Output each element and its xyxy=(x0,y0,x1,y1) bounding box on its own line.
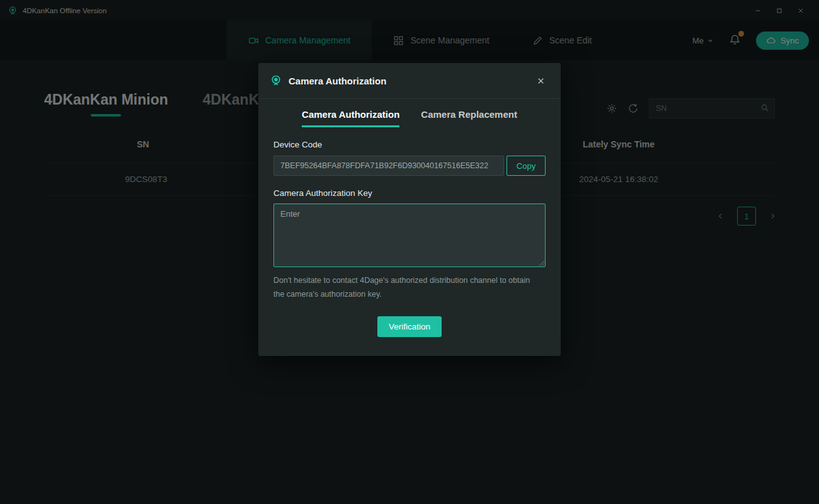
auth-key-wrap xyxy=(273,203,546,267)
auth-key-label: Camera Authorization Key xyxy=(273,188,546,198)
device-code-row: Copy xyxy=(273,156,546,176)
tab-camera-replacement[interactable]: Camera Replacement xyxy=(421,109,517,127)
device-code-field[interactable] xyxy=(273,156,504,176)
app-window: 4DKanKan Offline Version xyxy=(0,0,819,504)
verification-button[interactable]: Verification xyxy=(377,316,442,337)
close-dialog-button[interactable] xyxy=(532,72,549,89)
device-code-label: Device Code xyxy=(273,140,546,149)
dialog-tabs: Camera Authorization Camera Replacement xyxy=(273,109,546,127)
tab-camera-authorization[interactable]: Camera Authorization xyxy=(302,109,399,127)
help-text: Don't hesitate to contact 4Dage's author… xyxy=(273,273,538,301)
copy-button[interactable]: Copy xyxy=(507,156,546,176)
dialog-body: Camera Authorization Camera Replacement … xyxy=(258,99,561,356)
auth-key-field[interactable] xyxy=(273,203,546,267)
webcam-logo-icon xyxy=(270,74,282,87)
camera-authorization-dialog: Camera Authorization Camera Authorizatio… xyxy=(258,63,561,356)
dialog-title: Camera Authorization xyxy=(289,76,386,86)
close-icon xyxy=(536,76,546,86)
dialog-header: Camera Authorization xyxy=(258,63,561,99)
